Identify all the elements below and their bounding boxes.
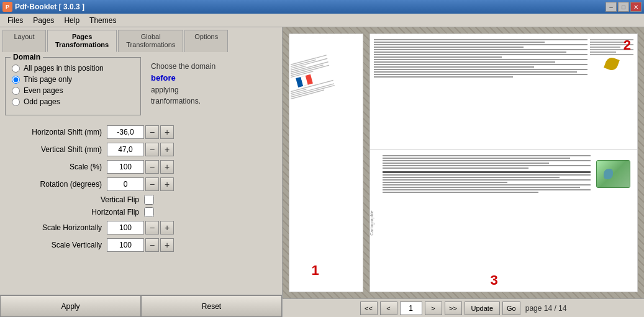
domain-legend: Domain — [11, 53, 43, 61]
vertical-flip-row: Vertical Flip — [7, 195, 274, 205]
scale-vertically-row: Scale Vertically − + — [7, 238, 274, 252]
page-thumb-left: 1 — [289, 33, 363, 292]
horizontal-flip-checkbox[interactable] — [144, 207, 154, 217]
horizontal-shift-row: Horizontal Shift (mm) − + — [7, 125, 274, 139]
nav-go-button[interactable]: Go — [502, 301, 520, 315]
label-even-pages: Even pages — [24, 86, 63, 95]
nav-prev-button[interactable]: < — [380, 301, 397, 315]
scale-vertically-increment[interactable]: + — [160, 238, 174, 252]
minimize-button[interactable]: – — [605, 2, 617, 12]
rotation-row: Rotation (degrees) − + — [7, 177, 274, 191]
vertical-shift-row: Vertical Shift (mm) − + — [7, 143, 274, 156]
maximize-button[interactable]: □ — [618, 2, 629, 12]
window-controls: – □ ✕ — [605, 2, 642, 12]
rotation-increment[interactable]: + — [160, 177, 174, 191]
rotation-decrement[interactable]: − — [145, 177, 159, 191]
reset-button[interactable]: Reset — [141, 295, 282, 317]
vertical-shift-label: Vertical Shift (mm) — [7, 145, 107, 154]
scale-row: Scale (%) − + — [7, 160, 274, 174]
apply-button[interactable]: Apply — [0, 295, 141, 317]
page-number-2: 2 — [624, 37, 631, 53]
domain-section: Domain All pages in this position This p… — [5, 57, 141, 115]
menu-themes[interactable]: Themes — [84, 15, 121, 26]
horizontal-shift-decrement[interactable]: − — [145, 125, 159, 139]
scale-increment[interactable]: + — [160, 160, 174, 174]
tab-layout[interactable]: Layout — [2, 30, 46, 52]
vertical-shift-input[interactable] — [107, 143, 144, 156]
domain-description: Choose the domain before applying tranfo… — [147, 57, 277, 122]
label-all-pages: All pages in this position — [24, 64, 104, 73]
scale-horizontally-label: Scale Horizontally — [7, 223, 107, 232]
tab-options[interactable]: Options — [184, 30, 228, 52]
page-container: 1 — [289, 33, 638, 292]
rotation-label: Rotation (degrees) — [7, 180, 107, 189]
navigation-bar: << < > >> Update Go page 14 / 14 — [283, 298, 644, 317]
radio-odd-pages[interactable] — [12, 98, 20, 106]
menubar: Files Pages Help Themes — [0, 14, 644, 27]
scale-input[interactable] — [107, 160, 144, 174]
scale-decrement[interactable]: − — [145, 160, 159, 174]
nav-update-button[interactable]: Update — [465, 301, 500, 315]
horizontal-shift-label: Horizontal Shift (mm) — [7, 128, 107, 136]
tab-bar: Layout PagesTransformations GlobalTransf… — [0, 27, 282, 52]
horizontal-flip-row: Horizontal Flip — [7, 207, 274, 217]
menu-pages[interactable]: Pages — [28, 15, 59, 26]
horizontal-flip-label: Horizontal Flip — [7, 208, 144, 217]
page-thumb-right: 2 Cartographie — [370, 33, 638, 292]
domain-option-even: Even pages — [12, 86, 134, 95]
horizontal-shift-increment[interactable]: + — [160, 125, 174, 139]
scale-horizontally-decrement[interactable]: − — [145, 221, 159, 234]
bottom-buttons: Apply Reset — [0, 295, 282, 317]
nav-page-input[interactable] — [400, 301, 422, 315]
scale-horizontally-input[interactable] — [107, 221, 144, 234]
desc-before: before — [151, 73, 176, 83]
right-panel: 1 — [283, 27, 644, 317]
content-area: Domain All pages in this position This p… — [0, 52, 282, 295]
scale-horizontally-increment[interactable]: + — [160, 221, 174, 234]
scale-vertically-decrement[interactable]: − — [145, 238, 159, 252]
controls-section: Horizontal Shift (mm) − + Vertical Shift… — [5, 125, 277, 252]
scale-label: Scale (%) — [7, 163, 107, 171]
main-content: Layout PagesTransformations GlobalTransf… — [0, 27, 644, 317]
rotation-input[interactable] — [107, 177, 144, 191]
vertical-shift-decrement[interactable]: − — [145, 143, 159, 156]
label-this-page: This page only — [24, 75, 72, 84]
desc-line1: Choose the domain — [151, 62, 215, 71]
vertical-flip-checkbox[interactable] — [144, 195, 154, 205]
menu-help[interactable]: Help — [59, 15, 84, 26]
page-number-3: 3 — [491, 272, 498, 288]
nav-page-info: page 14 / 14 — [525, 304, 567, 313]
desc-line2: applying — [151, 86, 179, 94]
nav-last-button[interactable]: >> — [445, 301, 462, 315]
radio-this-page[interactable] — [12, 76, 20, 84]
domain-option-odd: Odd pages — [12, 97, 134, 106]
horizontal-shift-input[interactable] — [107, 125, 144, 139]
scale-horizontally-row: Scale Horizontally − + — [7, 221, 274, 234]
page-number-1: 1 — [311, 262, 319, 279]
nav-next-button[interactable]: > — [425, 301, 442, 315]
vertical-shift-increment[interactable]: + — [160, 143, 174, 156]
domain-option-all: All pages in this position — [12, 64, 134, 73]
radio-even-pages[interactable] — [12, 87, 20, 95]
menu-files[interactable]: Files — [2, 15, 28, 26]
label-odd-pages: Odd pages — [24, 97, 60, 106]
nav-first-button[interactable]: << — [360, 301, 378, 315]
tab-pages-transformations[interactable]: PagesTransformations — [47, 30, 117, 52]
tab-global-transformations[interactable]: GlobalTransformations — [118, 30, 183, 52]
scale-vertically-input[interactable] — [107, 238, 144, 252]
titlebar: P Pdf-Booklet [ 3.0.3 ] – □ ✕ — [0, 0, 644, 14]
app-icon: P — [2, 2, 12, 12]
window-title: Pdf-Booklet [ 3.0.3 ] — [15, 2, 84, 11]
domain-option-this: This page only — [12, 75, 134, 84]
preview-area: 1 — [283, 27, 644, 298]
scale-vertically-label: Scale Vertically — [7, 241, 107, 249]
vertical-flip-label: Vertical Flip — [7, 195, 144, 204]
close-button[interactable]: ✕ — [630, 2, 642, 12]
desc-line3: tranformations. — [151, 97, 201, 105]
left-panel: Layout PagesTransformations GlobalTransf… — [0, 27, 283, 317]
radio-all-pages[interactable] — [12, 65, 20, 73]
